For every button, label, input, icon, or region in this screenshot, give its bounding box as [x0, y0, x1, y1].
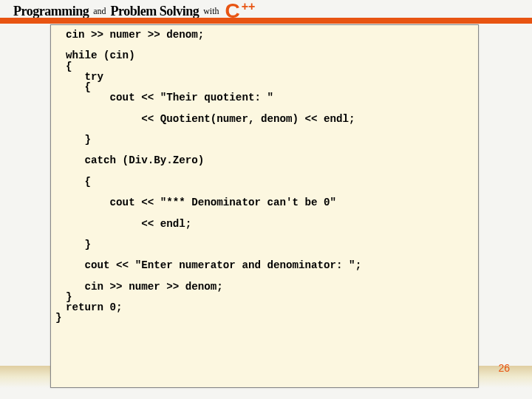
code-listing-box: cin >> numer >> denom; while (cin) { try…: [50, 24, 479, 388]
code-line: cin >> numer >> denom;: [66, 29, 204, 41]
code-line: cout << "Enter numerator and denominator…: [66, 259, 361, 271]
code-line: catch (Div.By.Zero): [66, 154, 204, 166]
orange-divider-bar: [0, 18, 532, 24]
slide: Programming and Problem Solving with C +…: [0, 0, 532, 399]
code-line: {: [66, 176, 91, 188]
code-line: cin >> numer >> denom;: [66, 281, 223, 293]
header-plus-plus: ++: [242, 1, 256, 13]
header-word-programming: Programming: [13, 4, 89, 19]
header-word-with: with: [203, 6, 219, 17]
code-line: << endl;: [66, 218, 191, 230]
code-line: while (cin): [66, 50, 135, 61]
code-line: cout << "*** Denominator can't be 0": [66, 197, 336, 208]
code-line: }: [66, 239, 91, 250]
code-line: return 0;: [66, 301, 123, 313]
slide-number: 26: [498, 362, 510, 374]
code-line: << Quotient(numer, denom) << endl;: [66, 113, 355, 125]
code-listing: cin >> numer >> denom; while (cin) { try…: [51, 25, 478, 324]
header-word-problem-solving: Problem Solving: [110, 4, 199, 19]
code-line: }: [55, 313, 62, 323]
header-word-and: and: [93, 6, 106, 17]
code-line: cout << "Their quotient: ": [66, 92, 273, 103]
code-line: }: [66, 134, 91, 146]
